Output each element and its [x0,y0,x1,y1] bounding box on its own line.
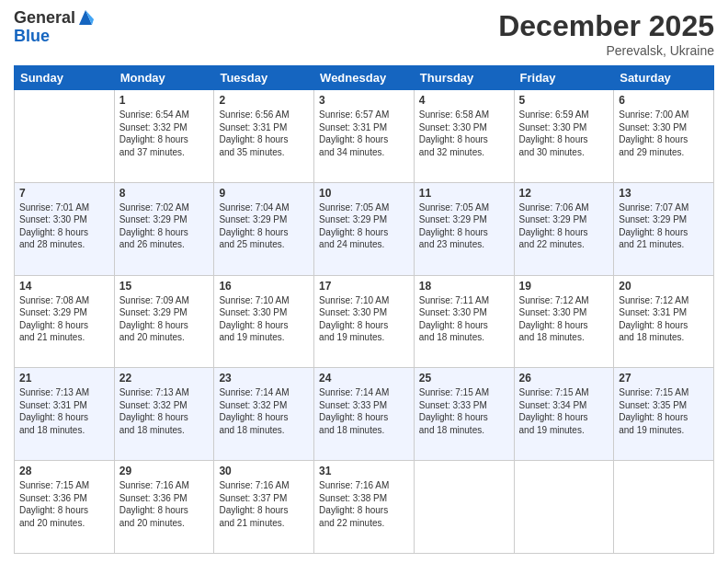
cell-info-line: Daylight: 8 hours [319,505,388,515]
cell-info-line: and 37 minutes. [119,147,185,157]
calendar-cell [414,461,514,554]
cell-info-line: Daylight: 8 hours [619,412,688,422]
cell-info-line: Sunrise: 7:16 AM [119,480,189,490]
day-number: 26 [519,372,609,385]
calendar-cell: 12Sunrise: 7:06 AMSunset: 3:29 PMDayligh… [514,182,614,275]
cell-info: Sunrise: 7:16 AMSunset: 3:38 PMDaylight:… [319,479,409,529]
cell-info: Sunrise: 6:54 AMSunset: 3:32 PMDaylight:… [119,109,210,158]
day-number: 5 [519,94,609,107]
cell-info-line: Sunset: 3:30 PM [419,307,487,317]
cell-info-line: Sunset: 3:29 PM [419,214,487,224]
cell-info-line: Sunrise: 7:10 AM [319,295,389,305]
cell-info-line: Sunrise: 6:56 AM [219,109,289,120]
day-number: 22 [119,372,210,385]
calendar-week-row: 7Sunrise: 7:01 AMSunset: 3:30 PMDaylight… [15,182,714,275]
cell-info-line: Sunset: 3:32 PM [119,122,188,132]
cell-info-line: Daylight: 8 hours [619,320,688,330]
cell-info-line: and 20 minutes. [119,332,185,342]
cell-info-line: Sunrise: 7:08 AM [19,295,89,305]
cell-info-line: Sunset: 3:38 PM [319,493,387,503]
cell-info: Sunrise: 7:05 AMSunset: 3:29 PMDaylight:… [419,201,509,251]
day-number: 1 [119,94,210,107]
cell-info-line: Sunrise: 7:14 AM [319,387,389,397]
cell-info-line: Daylight: 8 hours [319,412,388,422]
cell-info: Sunrise: 7:01 AMSunset: 3:30 PMDaylight:… [19,201,109,251]
cell-info-line: Sunset: 3:29 PM [519,214,587,224]
cell-info-line: Sunset: 3:30 PM [619,122,687,132]
cell-info-line: and 19 minutes. [619,425,684,435]
cell-info-line: Sunset: 3:31 PM [619,307,687,317]
cell-info: Sunrise: 7:15 AMSunset: 3:36 PMDaylight:… [19,479,109,529]
day-number: 28 [19,465,109,477]
cell-info-line: Sunset: 3:29 PM [119,214,188,224]
day-number: 6 [619,94,709,107]
calendar-cell: 5Sunrise: 6:59 AMSunset: 3:30 PMDaylight… [514,90,614,183]
cell-info: Sunrise: 7:07 AMSunset: 3:29 PMDaylight:… [619,201,709,251]
cell-info-line: Sunset: 3:32 PM [119,400,188,410]
cell-info-line: Daylight: 8 hours [119,227,188,237]
calendar-cell: 3Sunrise: 6:57 AMSunset: 3:31 PMDaylight… [314,90,415,183]
cell-info-line: Daylight: 8 hours [219,227,288,237]
logo: General Blue [14,9,94,46]
calendar-week-row: 28Sunrise: 7:15 AMSunset: 3:36 PMDayligh… [15,461,714,554]
calendar-cell: 19Sunrise: 7:12 AMSunset: 3:30 PMDayligh… [514,275,614,368]
cell-info-line: Sunrise: 7:10 AM [219,295,289,305]
calendar-cell: 2Sunrise: 6:56 AMSunset: 3:31 PMDaylight… [214,90,314,183]
day-number: 25 [419,372,509,385]
cell-info: Sunrise: 7:15 AMSunset: 3:33 PMDaylight:… [419,386,509,436]
cell-info-line: Sunset: 3:32 PM [219,400,287,410]
day-number: 15 [119,280,210,293]
cell-info: Sunrise: 7:13 AMSunset: 3:31 PMDaylight:… [19,386,109,436]
cell-info-line: Sunset: 3:31 PM [19,400,87,410]
cell-info: Sunrise: 7:08 AMSunset: 3:29 PMDaylight:… [19,294,109,344]
cell-info-line: Sunrise: 7:05 AM [419,202,489,213]
day-number: 14 [19,280,109,293]
cell-info: Sunrise: 6:58 AMSunset: 3:30 PMDaylight:… [419,109,509,158]
calendar-week-row: 1Sunrise: 6:54 AMSunset: 3:32 PMDaylight… [15,90,714,183]
day-header-monday: Monday [114,66,214,90]
location: Perevalsk, Ukraine [498,43,714,58]
cell-info-line: and 29 minutes. [619,147,684,157]
cell-info-line: Sunset: 3:29 PM [319,214,387,224]
cell-info-line: and 21 minutes. [219,518,284,528]
calendar-cell: 7Sunrise: 7:01 AMSunset: 3:30 PMDaylight… [15,182,115,275]
cell-info-line: Daylight: 8 hours [519,320,588,330]
day-number: 31 [319,465,409,477]
cell-info-line: Daylight: 8 hours [319,320,388,330]
calendar-header-row: SundayMondayTuesdayWednesdayThursdayFrid… [15,66,714,90]
cell-info-line: Sunrise: 7:00 AM [619,109,688,120]
cell-info-line: and 19 minutes. [319,332,384,342]
day-number: 13 [619,187,709,200]
cell-info-line: Sunrise: 7:13 AM [19,387,89,397]
cell-info: Sunrise: 7:13 AMSunset: 3:32 PMDaylight:… [119,386,210,436]
cell-info-line: Sunset: 3:29 PM [219,214,287,224]
cell-info-line: Daylight: 8 hours [619,134,688,144]
cell-info: Sunrise: 7:05 AMSunset: 3:29 PMDaylight:… [319,201,409,251]
day-number: 4 [419,94,509,107]
day-header-tuesday: Tuesday [214,66,314,90]
cell-info-line: and 35 minutes. [219,147,284,157]
calendar-week-row: 14Sunrise: 7:08 AMSunset: 3:29 PMDayligh… [15,275,714,368]
cell-info-line: Daylight: 8 hours [419,134,488,144]
cell-info-line: Sunset: 3:29 PM [119,307,188,317]
calendar-cell: 23Sunrise: 7:14 AMSunset: 3:32 PMDayligh… [214,368,314,461]
cell-info-line: Daylight: 8 hours [419,412,488,422]
day-header-thursday: Thursday [414,66,514,90]
cell-info-line: Daylight: 8 hours [419,227,488,237]
day-number: 23 [219,372,309,385]
cell-info-line: and 18 minutes. [619,332,684,342]
calendar-cell: 10Sunrise: 7:05 AMSunset: 3:29 PMDayligh… [314,182,415,275]
cell-info-line: Sunrise: 7:15 AM [19,480,89,490]
calendar-cell: 24Sunrise: 7:14 AMSunset: 3:33 PMDayligh… [314,368,415,461]
calendar-cell: 9Sunrise: 7:04 AMSunset: 3:29 PMDaylight… [214,182,314,275]
cell-info-line: Sunset: 3:29 PM [619,214,687,224]
cell-info-line: and 18 minutes. [419,332,484,342]
day-number: 2 [219,94,309,107]
cell-info-line: Sunrise: 7:07 AM [619,202,688,213]
day-number: 12 [519,187,609,200]
day-number: 18 [419,280,509,293]
cell-info: Sunrise: 7:12 AMSunset: 3:31 PMDaylight:… [619,294,709,344]
calendar-cell [15,90,115,183]
cell-info-line: Sunrise: 7:06 AM [519,202,589,213]
cell-info: Sunrise: 7:04 AMSunset: 3:29 PMDaylight:… [219,201,309,251]
